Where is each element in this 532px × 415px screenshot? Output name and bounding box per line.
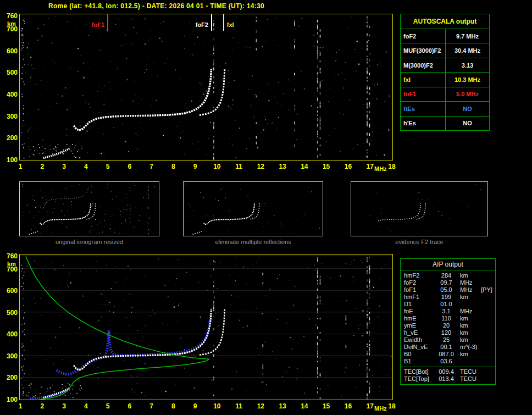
aip-row-0: hmF2284km (401, 272, 495, 279)
x-tick-label: 3 (58, 402, 70, 410)
x-tick-label: 7 (146, 402, 158, 410)
aip-parameter-unit: km (458, 322, 481, 329)
aip-parameter-note (481, 294, 495, 301)
aip-row-4: D101.0 (401, 301, 495, 308)
x-tick-label: 11 (233, 402, 245, 410)
aip-parameter-value: 3.1 (435, 308, 458, 315)
x-tick-label: 13 (276, 163, 289, 170)
autoscala-table-header: AUTOSCALA output (401, 14, 489, 29)
aip-parameter-unit: MHz (458, 279, 481, 286)
autoscala-parameter-value: 3.13 (446, 62, 489, 69)
aip-parameter-label: ymE (404, 322, 435, 329)
aip-parameter-value: 120 (435, 329, 458, 336)
aip-row-9: Ewidth25km (401, 336, 495, 344)
aip-parameter-value: 03.6 (435, 358, 458, 365)
aip-parameter-note (481, 279, 495, 286)
thumbnail-eliminate-canvas (184, 182, 323, 236)
aip-table-body: hmF2284kmfoF209.7MHzfoF105.0MHz[PY]hmF11… (401, 270, 495, 365)
x-tick-label: 10 (211, 402, 223, 410)
x-tick-label: 16 (342, 402, 354, 410)
thumbnail-eliminate-reflections (183, 181, 323, 236)
aip-row-11: B0087.0km (401, 351, 495, 358)
aip-row-6: hmE110km (401, 315, 495, 322)
aip-parameter-unit: TECU (458, 375, 481, 383)
x-axis-unit: MHz (374, 405, 387, 412)
x-tick-label: 4 (80, 402, 92, 410)
aip-table-header: AIP output (401, 259, 495, 270)
x-tick-label: 14 (298, 163, 311, 170)
aip-parameter-value: 20 (435, 322, 458, 329)
x-tick-label: 14 (298, 402, 311, 410)
autoscala-parameter-value: 30.4 MHz (446, 47, 489, 54)
station-date-header: Rome (lat: +41.8, lon: 012.5) - DATE: 20… (48, 2, 264, 10)
aip-parameter-label: TEC[Bot] (404, 368, 435, 375)
autoscala-row-1: MUF(3000)F230.4 MHz (401, 43, 489, 58)
x-tick-label: 4 (80, 163, 92, 170)
autoscala-output-table: AUTOSCALA outputfoF29.7 MHzMUF(3000)F230… (400, 14, 490, 131)
y-tick-label: 500 (2, 69, 18, 76)
aip-parameter-label: foE (404, 308, 435, 315)
aip-parameter-label: hmF1 (404, 294, 435, 301)
aip-parameter-note (481, 315, 495, 322)
autoscala-parameter-label: ftEs (401, 102, 446, 115)
x-tick-label: 2 (36, 402, 48, 410)
aip-row-10: DelN_vE00.1m^(-3) (401, 344, 495, 351)
aip-parameter-note (481, 344, 495, 351)
x-tick-label: 7 (146, 163, 158, 170)
aip-parameter-note (481, 272, 495, 279)
autoscala-parameter-value: NO (446, 106, 489, 112)
autoscala-parameter-label: foF2 (401, 29, 446, 43)
aip-row-3: hmF1199km (401, 294, 495, 301)
aip-parameter-note (481, 301, 495, 308)
aip-parameter-unit (458, 358, 481, 365)
foF2-marker-label: foF2 (187, 21, 208, 28)
aip-parameter-note (481, 358, 495, 365)
aip-parameter-label: h_vE (404, 329, 435, 336)
aip-parameter-label: B1 (404, 358, 435, 365)
aip-parameter-label: DelN_vE (404, 344, 435, 351)
x-tick-label: 1 (14, 163, 26, 170)
aip-row-8: h_vE120km (401, 329, 495, 336)
aip-parameter-label: Ewidth (404, 336, 435, 344)
aip-parameter-value: 09.7 (435, 279, 458, 286)
aip-parameter-value: 25 (435, 336, 458, 344)
y-tick-label: 760 (2, 252, 18, 260)
foF1-marker-label: foF1 (84, 21, 104, 28)
y-tick-label: 200 (2, 134, 18, 142)
aip-parameter-value: 013.4 (435, 375, 458, 383)
thumbnail-caption: evidence F2 trace (351, 239, 488, 245)
aip-parameter-unit (458, 301, 481, 308)
measured-ionogram-canvas (20, 14, 392, 160)
aip-row-2: foF105.0MHz[PY] (401, 286, 495, 294)
autoscala-parameter-label: M(3000)F2 (401, 58, 446, 72)
autoscala-row-5: ftEsNO (401, 102, 489, 116)
y-axis-unit: km (7, 261, 16, 267)
autoscala-parameter-label: MUF(3000)F2 (401, 43, 446, 57)
aip-parameter-value: 009.4 (435, 368, 458, 375)
thumbnail-caption: eliminate multiple reflections (183, 239, 323, 245)
aip-parameter-value: 01.0 (435, 301, 458, 308)
autoscala-row-3: fxI10.3 MHz (401, 73, 489, 87)
aip-parameter-label: foF1 (404, 286, 435, 294)
x-tick-label: 8 (167, 163, 179, 170)
y-tick-label: 200 (2, 374, 18, 381)
autoscala-row-0: foF29.7 MHz (401, 29, 489, 43)
aip-parameter-unit: km (458, 351, 481, 358)
x-tick-label: 1 (14, 402, 26, 410)
autoscala-window: Rome (lat: +41.8, lon: 012.5) - DATE: 20… (0, 0, 532, 415)
autoscala-parameter-label: h'Es (401, 117, 446, 130)
x-tick-label: 12 (254, 402, 267, 410)
autoscala-row-2: M(3000)F23.13 (401, 58, 489, 73)
thumbnail-evidence-f2 (351, 181, 488, 236)
autoscala-parameter-label: foF1 (401, 87, 446, 101)
aip-row-12: B103.6 (401, 358, 495, 365)
y-tick-label: 300 (2, 113, 18, 120)
y-tick-label: 400 (2, 330, 18, 338)
autoscala-row-4: foF15.0 MHz (401, 87, 489, 102)
x-tick-label: 9 (189, 402, 201, 410)
y-tick-label: 400 (2, 91, 18, 98)
y-tick-label: 600 (2, 47, 18, 55)
aip-parameter-note (481, 329, 495, 336)
thumbnail-original-ionogram (19, 181, 159, 236)
aip-row-7: ymE20km (401, 322, 495, 329)
